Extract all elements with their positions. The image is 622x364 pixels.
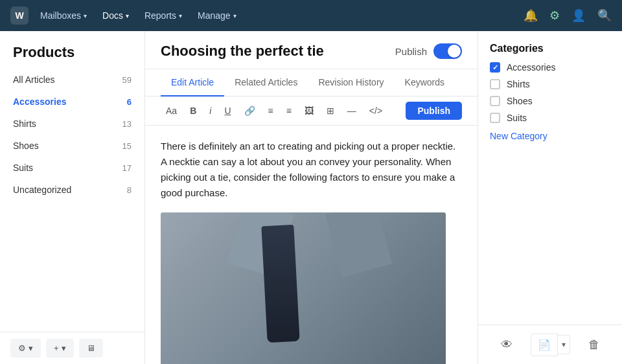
- category-shoes-label: Shoes: [507, 96, 533, 106]
- category-shirts[interactable]: Shirts: [490, 79, 610, 89]
- categories-title: Categories: [478, 31, 622, 62]
- article-title: Choosing the perfect tie: [161, 43, 395, 60]
- divider-button[interactable]: —: [342, 102, 362, 119]
- sidebar-item-shirts[interactable]: Shirts 13: [0, 113, 144, 135]
- save-chevron[interactable]: ▾: [558, 335, 570, 354]
- category-shirts-label: Shirts: [507, 79, 530, 89]
- nav-mailboxes[interactable]: Mailboxes ▾: [34, 6, 93, 25]
- content-header: Choosing the perfect tie Publish: [145, 31, 478, 69]
- nav-docs-chevron: ▾: [126, 12, 129, 19]
- topnav-right: 🔔 ⚙ 👤 🔍: [524, 8, 612, 23]
- search-icon[interactable]: 🔍: [597, 8, 612, 23]
- italic-button[interactable]: i: [204, 102, 216, 119]
- sidebar-item-suits-label: Suits: [13, 163, 122, 173]
- sidebar-item-uncategorized-label: Uncategorized: [13, 185, 127, 195]
- preview-button[interactable]: 👁: [495, 333, 518, 356]
- sidebar-item-shoes[interactable]: Shoes 15: [0, 135, 144, 157]
- checkbox-accessories[interactable]: [490, 62, 500, 73]
- sidebar-title: Products: [0, 31, 144, 69]
- list-ul-button[interactable]: ≡: [263, 102, 279, 119]
- sidebar-item-shoes-label: Shoes: [13, 141, 122, 151]
- publish-button[interactable]: Publish: [406, 102, 462, 120]
- category-list: Accessories Shirts Shoes Suits: [478, 62, 622, 123]
- nav-manage-chevron: ▾: [233, 12, 236, 19]
- checkbox-suits[interactable]: [490, 113, 500, 123]
- category-accessories[interactable]: Accessories: [490, 62, 610, 73]
- add-chevron: ▾: [62, 343, 66, 353]
- sidebar-item-suits-count: 17: [122, 163, 132, 173]
- sidebar-item-suits[interactable]: Suits 17: [0, 157, 144, 179]
- tie-image: [261, 225, 299, 343]
- sidebar-item-accessories-count: 6: [127, 97, 132, 107]
- bold-button[interactable]: B: [185, 102, 202, 119]
- checkbox-shoes[interactable]: [490, 96, 500, 106]
- user-settings-icon[interactable]: ⚙: [549, 8, 560, 23]
- sidebar-item-all-articles-count: 59: [122, 75, 132, 85]
- tab-revision-history[interactable]: Revision History: [308, 69, 394, 97]
- topnav: W Mailboxes ▾ Docs ▾ Reports ▾ Manage ▾ …: [0, 0, 622, 31]
- article-image: [161, 212, 446, 364]
- nav-mailboxes-label: Mailboxes: [40, 10, 81, 21]
- nav-manage[interactable]: Manage ▾: [191, 6, 243, 25]
- nav-mailboxes-chevron: ▾: [84, 12, 87, 19]
- nav-reports-label: Reports: [144, 10, 176, 21]
- editor-toolbar: Aa B i U 🔗 ≡ ≡ 🖼 ⊞ — </> Publish: [145, 97, 478, 126]
- tab-edit-article[interactable]: Edit Article: [161, 69, 224, 97]
- add-button[interactable]: + ▾: [46, 339, 74, 358]
- checkbox-shirts[interactable]: [490, 79, 500, 89]
- sidebar-item-all-articles-label: All Articles: [13, 74, 122, 85]
- tab-related-articles[interactable]: Related Articles: [224, 69, 308, 97]
- category-suits-label: Suits: [507, 113, 527, 123]
- right-panel: Categories Accessories Shirts Shoes Suit…: [478, 31, 622, 364]
- right-panel-footer: 👁 📄 ▾ 🗑: [478, 324, 622, 364]
- logo-icon: W: [10, 6, 29, 25]
- nav-docs-label: Docs: [102, 10, 123, 21]
- settings-button[interactable]: ⚙ ▾: [10, 339, 41, 358]
- nav-manage-label: Manage: [198, 10, 231, 21]
- sidebar-item-shirts-count: 13: [122, 119, 132, 129]
- main-layout: Products All Articles 59 Accessories 6 S…: [0, 31, 622, 364]
- link-button[interactable]: 🔗: [239, 102, 260, 119]
- save-action-group: 📄 ▾: [531, 334, 570, 356]
- save-button[interactable]: 📄: [531, 334, 558, 356]
- publish-label: Publish: [395, 46, 427, 57]
- category-suits[interactable]: Suits: [490, 113, 610, 123]
- sidebar-item-uncategorized[interactable]: Uncategorized 8: [0, 179, 144, 201]
- content: Choosing the perfect tie Publish Edit Ar…: [145, 31, 478, 364]
- nav-reports[interactable]: Reports ▾: [138, 6, 189, 25]
- plus-icon: +: [54, 343, 59, 353]
- gear-icon: ⚙: [18, 343, 26, 353]
- image-button[interactable]: 🖼: [299, 102, 319, 119]
- publish-toggle[interactable]: [433, 43, 462, 59]
- sidebar-item-shirts-label: Shirts: [13, 119, 122, 129]
- shirt-background: [161, 212, 446, 364]
- profile-icon[interactable]: 👤: [571, 8, 586, 23]
- article-tabs: Edit Article Related Articles Revision H…: [145, 69, 478, 97]
- delete-button[interactable]: 🗑: [582, 333, 606, 356]
- category-shoes[interactable]: Shoes: [490, 96, 610, 106]
- editor-body-text: There is definitely an art to creating a…: [161, 139, 462, 201]
- sidebar-item-shoes-count: 15: [122, 141, 132, 151]
- nav-docs[interactable]: Docs ▾: [96, 6, 135, 25]
- table-button[interactable]: ⊞: [321, 102, 340, 119]
- align-button[interactable]: ≡: [281, 102, 297, 119]
- sidebar: Products All Articles 59 Accessories 6 S…: [0, 31, 145, 364]
- category-accessories-label: Accessories: [507, 62, 555, 73]
- sidebar-footer: ⚙ ▾ + ▾ 🖥: [0, 332, 144, 364]
- sidebar-item-accessories-label: Accessories: [13, 97, 127, 107]
- nav-reports-chevron: ▾: [179, 12, 182, 19]
- sidebar-list: All Articles 59 Accessories 6 Shirts 13 …: [0, 69, 144, 332]
- underline-button[interactable]: U: [219, 102, 236, 119]
- topnav-items: Mailboxes ▾ Docs ▾ Reports ▾ Manage ▾: [34, 6, 518, 25]
- sidebar-item-accessories[interactable]: Accessories 6: [0, 91, 144, 113]
- tab-keywords[interactable]: Keywords: [395, 69, 455, 97]
- notification-icon[interactable]: 🔔: [524, 8, 538, 23]
- new-category-link[interactable]: New Category: [478, 123, 622, 141]
- settings-chevron: ▾: [29, 343, 33, 353]
- sidebar-item-uncategorized-count: 8: [127, 185, 132, 195]
- font-size-button[interactable]: Aa: [161, 102, 182, 119]
- sidebar-item-all-articles[interactable]: All Articles 59: [0, 69, 144, 91]
- code-button[interactable]: </>: [364, 102, 387, 119]
- monitor-button[interactable]: 🖥: [79, 339, 103, 358]
- editor-area: There is definitely an art to creating a…: [145, 126, 478, 364]
